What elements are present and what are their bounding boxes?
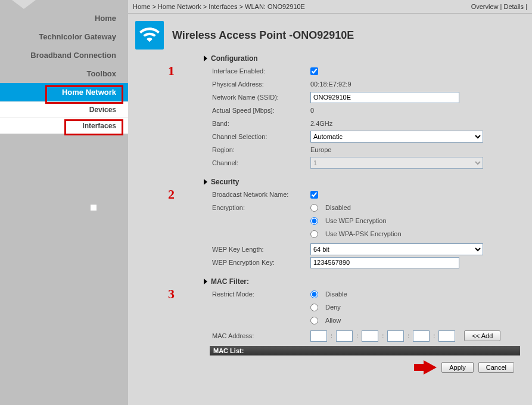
speed-value: 0 (310, 107, 520, 114)
ssid-input[interactable] (310, 92, 459, 103)
iface-enabled-label: Interface Enabled: (212, 67, 310, 75)
nav-toolbox[interactable]: Toolbox (0, 64, 128, 83)
region-label: Region: (212, 146, 310, 153)
iface-enabled-checkbox[interactable] (310, 67, 318, 75)
enc-wep-label: Use WEP Encryption (325, 217, 387, 224)
chevron-right-icon (204, 179, 207, 185)
crumb-wlan[interactable]: WLAN: ONO92910E (245, 3, 305, 10)
macfilter-heading: MAC Filter: (211, 277, 249, 286)
mac-oct-2[interactable] (336, 330, 353, 342)
broadcast-checkbox[interactable] (310, 191, 318, 199)
chevron-right-icon (204, 55, 207, 61)
wepkeylen-label: WEP Key Length: (212, 246, 310, 253)
channel-label: Channel: (212, 159, 310, 166)
config-heading: Configuration (211, 54, 258, 63)
restrict-allow-radio[interactable] (310, 317, 318, 324)
crumb-home-network[interactable]: Home Network (158, 3, 201, 10)
restrict-label: Restrict Mode: (212, 290, 310, 298)
band-label: Band: (212, 120, 310, 127)
action-bar: Apply Cancel (135, 360, 514, 375)
page-title: Wireless Access Point -ONO92910E (172, 29, 354, 42)
notch-decoration (12, 0, 36, 9)
enc-disabled-radio[interactable] (310, 204, 318, 212)
section-mac-filter: 3 MAC Filter: Restrict Mode: Disable Den… (204, 277, 520, 342)
mac-oct-4[interactable] (387, 330, 404, 342)
channel-select: 1 (310, 157, 483, 169)
marker-3: 3 (168, 286, 175, 302)
arrow-right-icon (424, 360, 437, 375)
link-details[interactable]: Details (503, 3, 524, 10)
cancel-button[interactable]: Cancel (478, 362, 514, 373)
marker-2: 2 (168, 187, 175, 202)
bcast-label: Broadcast Network Name: (212, 191, 310, 198)
restrict-disable-radio[interactable] (310, 290, 318, 298)
speed-label: Actual Speed [Mbps]: (212, 107, 310, 114)
section-security: 2 Security Broadcast Network Name: Encry… (204, 178, 520, 269)
nav-home[interactable]: Home (0, 9, 128, 27)
ssid-label: Network Name (SSID): (212, 94, 310, 101)
wep-key-input[interactable] (310, 257, 459, 268)
mac-oct-1[interactable] (310, 330, 327, 342)
wep-keylength-select[interactable]: 64 bit (310, 243, 483, 255)
main-panel: Home > Home Network > Interfaces > WLAN:… (128, 0, 532, 405)
mac-oct-5[interactable] (413, 330, 430, 342)
nav-broadband[interactable]: Broadband Connection (0, 46, 128, 64)
restrict-deny-radio[interactable] (310, 304, 318, 311)
phys-addr-value: 00:18:E7:92:9 (310, 81, 520, 88)
chsel-label: Channel Selection: (212, 133, 310, 140)
nav-devices[interactable]: Devices (0, 101, 128, 118)
security-heading: Security (211, 178, 239, 186)
mac-list-header: MAC List: (210, 346, 520, 355)
link-overview[interactable]: Overview (471, 3, 499, 10)
section-configuration: 1 Configuration Interface Enabled: Physi… (204, 54, 520, 169)
nav-interfaces[interactable]: Interfaces (0, 118, 128, 134)
phys-addr-label: Physical Address: (212, 81, 310, 88)
mac-address-label: MAC Address: (212, 332, 310, 339)
topbar: Home > Home Network > Interfaces > WLAN:… (128, 0, 532, 14)
mac-oct-3[interactable] (362, 330, 378, 342)
nav-gateway[interactable]: Technicolor Gateway (0, 27, 128, 46)
chevron-right-icon (204, 279, 207, 285)
crumb-interfaces[interactable]: Interfaces (209, 3, 237, 10)
top-links: Overview | Details | (471, 3, 527, 10)
wireless-icon (135, 21, 164, 50)
apply-button[interactable]: Apply (441, 362, 474, 373)
content: Wireless Access Point -ONO92910E 1 Confi… (128, 14, 532, 405)
wepkey-label: WEP Encryption Key: (212, 259, 310, 266)
enc-wep-radio[interactable] (310, 217, 318, 225)
encryption-label: Encryption: (212, 204, 310, 211)
restrict-disable-label: Disable (325, 290, 347, 298)
enc-wpa-label: Use WPA-PSK Encryption (325, 230, 402, 237)
add-mac-button[interactable]: << Add (464, 330, 500, 341)
nav-home-network[interactable]: Home Network (0, 83, 128, 101)
crumb-home[interactable]: Home (133, 3, 150, 10)
mac-oct-6[interactable] (438, 330, 455, 342)
marker-1: 1 (168, 63, 175, 79)
restrict-allow-label: Allow (325, 317, 341, 324)
enc-wpa-radio[interactable] (310, 230, 318, 238)
breadcrumb: Home > Home Network > Interfaces > WLAN:… (133, 3, 305, 10)
region-value: Europe (310, 146, 520, 153)
decorative-square (91, 205, 97, 211)
channel-selection-select[interactable]: Automatic (310, 131, 483, 143)
restrict-deny-label: Deny (325, 304, 341, 311)
enc-disabled-label: Disabled (325, 204, 351, 211)
band-value: 2.4GHz (310, 120, 520, 127)
sidebar: Home Technicolor Gateway Broadband Conne… (0, 0, 128, 405)
